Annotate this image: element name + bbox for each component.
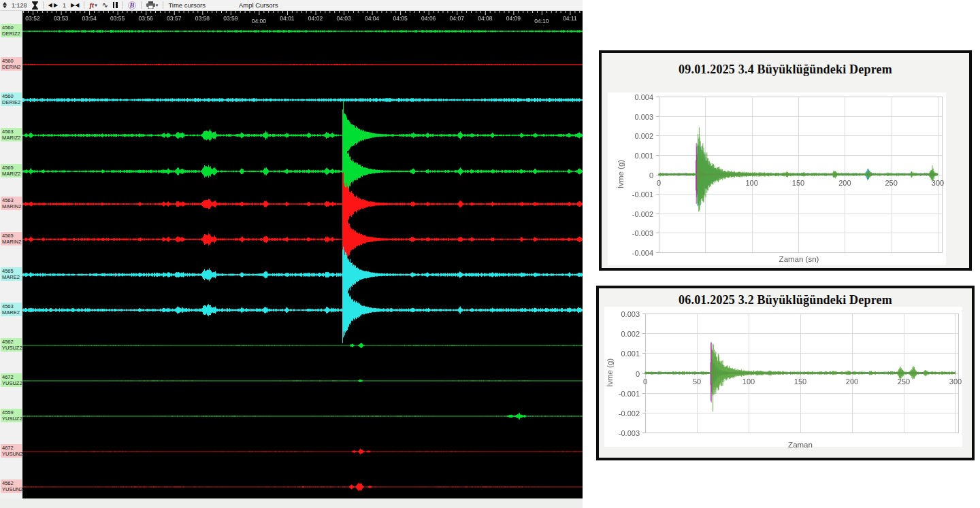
toolbar-separator [163,1,163,9]
vertical-scale-button[interactable] [3,2,7,8]
waveform-button[interactable]: ∿ [102,1,108,9]
station-id: 4560 [2,24,21,31]
pause-icon [113,2,115,8]
toolbar-separator [141,1,142,9]
time-cursors-toggle[interactable]: Time cursors [168,1,206,9]
earthquake-chart-frame-2: 06.01.2025 3.2 Büyüklüğündeki Deprem İvm… [596,286,975,460]
station-label-4560-DERIN2[interactable]: 4560DERIN2 [1,57,22,71]
station-label-4565-MARE2[interactable]: 4565MARE2 [1,267,22,281]
station-id: 4562 [2,480,21,486]
chart1-plot [602,53,969,268]
chart1-x-axis-label: Zaman (sn) [779,255,819,263]
picks-button[interactable]: ft ▾ [89,1,97,9]
chevron-down-icon: ▾ [95,3,97,7]
station-label-4559-YUSUZ2[interactable]: 4559YUSUZ2 [1,409,22,422]
station-name: MARIZ2 [2,171,21,177]
station-label-4672-YUSUZ2[interactable]: 4672YUSUZ2 [1,373,22,387]
station-label-4562-YUSUZ2[interactable]: 4562YUSUZ2 [1,338,22,352]
station-label-4565-MARIZ2[interactable]: 4565MARIZ2 [1,164,22,177]
station-id: 4563 [2,303,21,309]
earthquake-chart-frame-1: 09.01.2025 3.4 Büyüklüğündeki Deprem İvm… [599,50,972,271]
station-id: 4563 [2,197,21,203]
toolbar-separator [43,1,44,9]
station-id: 4559 [2,409,21,416]
waveform-display[interactable] [22,11,583,498]
station-id: 4565 [2,165,21,171]
chevron-down-icon: ▾ [156,3,159,7]
station-id: 4565 [2,268,21,274]
station-label-4562-YUSUN2[interactable]: 4562YUSUN2 [1,479,22,493]
station-name: DERIN2 [2,64,21,70]
station-label-4563-MARE2[interactable]: 4563MARE2 [1,303,22,316]
station-name: DERIE2 [2,99,21,105]
station-id: 4672 [2,445,21,451]
station-name: YUSUZ2 [2,416,21,422]
filter-button[interactable]: B [128,1,136,10]
chart2-plot [599,288,972,458]
station-name: YUSUZ2 [2,380,21,386]
station-label-4565-MARIN2[interactable]: 4565MARIN2 [1,232,22,245]
station-id: 4565 [2,233,21,239]
chart2-y-axis-label: İvme (g) [606,358,614,387]
station-name: MARE2 [2,309,21,316]
station-name: MARE2 [2,274,21,280]
station-name: YUSUN2 [2,451,21,457]
station-id: 4562 [2,339,21,345]
station-id: 4563 [2,129,21,135]
station-id: 4560 [2,58,21,64]
pause-button[interactable] [113,2,118,8]
toolbar-separator [122,1,123,9]
printer-icon [146,1,155,9]
station-name: YUSUN2 [2,486,21,492]
horizontal-zoom-value: 1 [63,2,66,9]
chart2-x-axis-label: Zaman [788,441,813,449]
vertical-zoom-ratio: 1:128 [12,2,27,9]
station-label-4563-MARIN2[interactable]: 4563MARIN2 [1,197,22,210]
ampl-cursors-toggle[interactable]: Ampl Cursors [239,1,278,9]
seismograph-toolbar: 1:128 ◀ ▶ 1 ▶◀ ft ▾ ∿ B ▾ Time cur [0,0,583,11]
station-name: MARIN2 [2,239,21,245]
station-name: MARIN2 [2,203,21,209]
station-label-4560-DERIE2[interactable]: 4560DERIE2 [1,92,22,106]
print-button[interactable]: ▾ [146,1,159,9]
station-name: MARIZ2 [2,135,21,141]
horizontal-scale-button[interactable]: ◀ ▶ [48,3,59,8]
screen: 1:128 ◀ ▶ 1 ▶◀ ft ▾ ∿ B ▾ Time cur [0,0,980,508]
hourglass-icon [32,1,38,10]
waveform-panel [22,11,583,498]
arrow-down-icon [3,5,7,8]
station-label-4560-DERIZ2[interactable]: 4560DERIZ2 [1,24,22,37]
hourglass-button[interactable] [32,1,38,10]
picks-icon: ft [89,1,94,9]
station-label-column: 4560DERIZ24560DERIN24560DERIE24563MARIZ2… [0,11,22,498]
toolbar-separator [84,1,84,9]
station-id: 4672 [2,374,21,380]
arrow-up-icon [3,2,7,5]
station-name: DERIZ2 [2,31,21,37]
collapse-button[interactable]: ▶◀ [71,3,79,8]
station-label-4672-YUSUN2[interactable]: 4672YUSUN2 [1,444,22,458]
chart1-y-axis-label: İvme (g) [617,160,625,188]
app-bottom-strip [0,498,583,508]
station-name: YUSUZ2 [2,345,21,351]
station-id: 4560 [2,93,21,99]
station-label-4563-MARIZ2[interactable]: 4563MARIZ2 [1,128,22,141]
